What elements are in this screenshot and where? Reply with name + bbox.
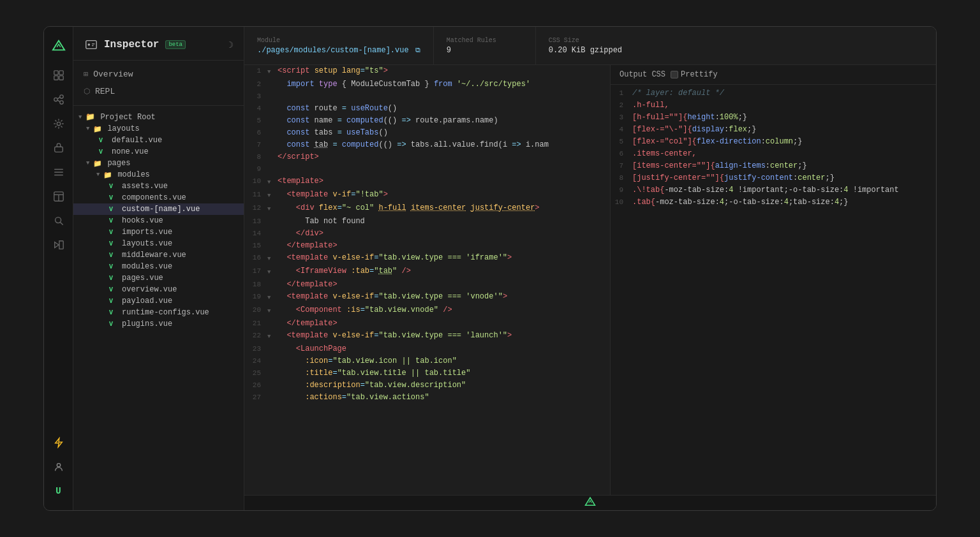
code-content[interactable]: 1 ▼ <script setup lang="ts"> 2 import ty… <box>244 65 610 495</box>
css-code[interactable]: 1 /* layer: default */ 2 .h-full, 3 [h-f… <box>611 85 936 495</box>
code-editor: 1 ▼ <script setup lang="ts"> 2 import ty… <box>244 65 611 495</box>
tree-item-none-vue[interactable]: V none.vue <box>73 146 244 158</box>
chevron-icon: ▼ <box>96 172 100 178</box>
code-line-21: 21 </template> <box>244 318 610 330</box>
tree-item-imports[interactable]: V imports.vue <box>73 226 244 238</box>
search-icon-btn[interactable] <box>48 210 69 231</box>
moon-icon[interactable]: ☽ <box>228 40 234 50</box>
chevron-icon: ▼ <box>86 160 89 166</box>
line-code-13: Tab not found <box>275 216 610 228</box>
tree-item-hooks[interactable]: V hooks.vue <box>73 215 244 226</box>
css-line-6: 6 .items-center, <box>611 148 936 160</box>
modules-vue-label: modules.vue <box>122 262 172 271</box>
code-line-24: 24 :icon="tab.view.icon || tab.icon" <box>244 355 610 367</box>
tree-item-assets[interactable]: V assets.vue <box>73 180 244 192</box>
nav-item-overview[interactable]: ⊞ Overview <box>73 66 244 83</box>
fold-chevron-1[interactable]: ▼ <box>267 65 275 78</box>
brand-icon-btn[interactable] <box>48 36 69 56</box>
fold-chevron-5 <box>267 115 275 116</box>
line-code-26: :description="tab.view.description" <box>275 379 610 392</box>
line-num-27: 27 <box>244 392 267 404</box>
fold-chevron-15 <box>267 240 275 241</box>
line-num-1: 1 <box>244 65 267 77</box>
code-line-16: 16 ▼ <template v-else-if="tab.view.type … <box>244 252 610 265</box>
fold-chevron-3 <box>267 91 275 92</box>
line-code-25: :title="tab.view.title || tab.title" <box>275 367 610 379</box>
u-icon-btn[interactable]: U <box>48 481 69 501</box>
line-code-15: </template> <box>275 240 610 252</box>
matched-rules-label: Matched Rules <box>447 37 523 44</box>
vue-icon: V <box>109 252 117 259</box>
bolt-icon-btn[interactable] <box>48 432 69 453</box>
avatar-icon-btn[interactable] <box>48 457 69 477</box>
tree-item-modules[interactable]: ▼ 📁 modules <box>73 169 244 180</box>
prettify-toggle[interactable]: Prettify <box>671 70 718 79</box>
connections-icon-btn[interactable] <box>48 89 69 110</box>
fold-chevron-18 <box>267 279 275 280</box>
css-line-num-8: 8 <box>611 172 630 184</box>
css-line-code-10: .tab{-moz-tab-size:4;-o-tab-size:4;tab-s… <box>630 196 936 209</box>
fold-chevron-10[interactable]: ▼ <box>267 175 275 189</box>
vscode-icon-btn[interactable] <box>48 235 69 255</box>
tree-item-layouts[interactable]: ▼ 📁 layouts <box>73 123 244 135</box>
modules-label: modules <box>117 170 149 179</box>
prettify-checkbox-box[interactable] <box>671 71 678 78</box>
nav-item-repl[interactable]: ⬡ REPL <box>73 83 244 100</box>
tree-item-payload[interactable]: V payload.vue <box>73 295 244 307</box>
overview-vue-label: overview.vue <box>122 285 177 294</box>
main-header: Module ./pages/modules/custom-[name].vue… <box>244 27 936 65</box>
vue-icon: V <box>109 195 117 202</box>
gear-icon-btn[interactable] <box>48 162 69 182</box>
fold-chevron-12[interactable]: ▼ <box>267 202 275 216</box>
fold-chevron-19[interactable]: ▼ <box>267 291 275 304</box>
tree-item-pages-vue[interactable]: V pages.vue <box>73 272 244 284</box>
code-line-4: 4 const route = useRoute() <box>244 103 610 115</box>
tree-item-default-vue[interactable]: V default.vue <box>73 135 244 146</box>
fold-chevron-13 <box>267 216 275 217</box>
tree-item-overview-vue[interactable]: V overview.vue <box>73 284 244 295</box>
project-root-item[interactable]: ▼ 📁 Project Root <box>73 111 244 123</box>
code-line-9: 9 <box>244 163 610 175</box>
css-line-num-9: 9 <box>611 184 630 196</box>
vue-icon: V <box>109 321 117 328</box>
fold-chevron-22[interactable]: ▼ <box>267 330 275 343</box>
folder-icon-pages: 📁 <box>93 159 102 168</box>
tree-item-middleware[interactable]: V middleware.vue <box>73 249 244 261</box>
line-code-21: </template> <box>275 318 610 330</box>
tree-item-custom-name[interactable]: V custom-[name].vue <box>73 203 244 215</box>
fold-chevron-17[interactable]: ▼ <box>267 265 275 279</box>
tree-item-components[interactable]: V components.vue <box>73 192 244 203</box>
code-line-18: 18 </template> <box>244 279 610 291</box>
main-body: 1 ▼ <script setup lang="ts"> 2 import ty… <box>244 65 936 495</box>
external-link-icon[interactable]: ⧉ <box>415 47 420 54</box>
table-icon-btn[interactable] <box>48 186 69 207</box>
line-num-9: 9 <box>244 163 267 175</box>
css-line-7: 7 [items-center=""]{align-items:center;} <box>611 160 936 172</box>
tree-item-plugins[interactable]: V plugins.vue <box>73 318 244 330</box>
tree-item-runtime-configs[interactable]: V runtime-configs.vue <box>73 307 244 318</box>
line-num-23: 23 <box>244 343 267 355</box>
grid-icon-btn[interactable] <box>48 65 69 85</box>
line-num-7: 7 <box>244 139 267 151</box>
settings-icon-btn[interactable] <box>48 114 69 134</box>
svg-rect-0 <box>54 71 57 75</box>
vue-icon: V <box>109 240 117 247</box>
line-num-12: 12 <box>244 202 267 214</box>
fold-chevron-11[interactable]: ▼ <box>267 189 275 202</box>
code-line-20: 20 ▼ <Component :is="tab.view.vnode" /> <box>244 304 610 318</box>
plugin-icon-btn[interactable] <box>48 138 69 158</box>
tree-item-pages[interactable]: ▼ 📁 pages <box>73 158 244 169</box>
fold-chevron-16[interactable]: ▼ <box>267 252 275 265</box>
fold-chevron-20[interactable]: ▼ <box>267 304 275 318</box>
svg-rect-17 <box>86 41 97 49</box>
line-num-19: 19 <box>244 291 267 303</box>
line-code-1: <script setup lang="ts"> <box>275 65 610 77</box>
line-num-6: 6 <box>244 127 267 139</box>
line-code-5: const name = computed(() => route.params… <box>275 115 610 127</box>
tree-item-modules-vue[interactable]: V modules.vue <box>73 261 244 272</box>
vue-icon: V <box>109 286 117 293</box>
code-line-6: 6 const tabs = useTabs() <box>244 127 610 139</box>
tree-item-layouts-vue[interactable]: V layouts.vue <box>73 238 244 249</box>
css-line-num-4: 4 <box>611 124 630 136</box>
code-line-7: 7 const tab = computed(() => tabs.all.va… <box>244 139 610 151</box>
